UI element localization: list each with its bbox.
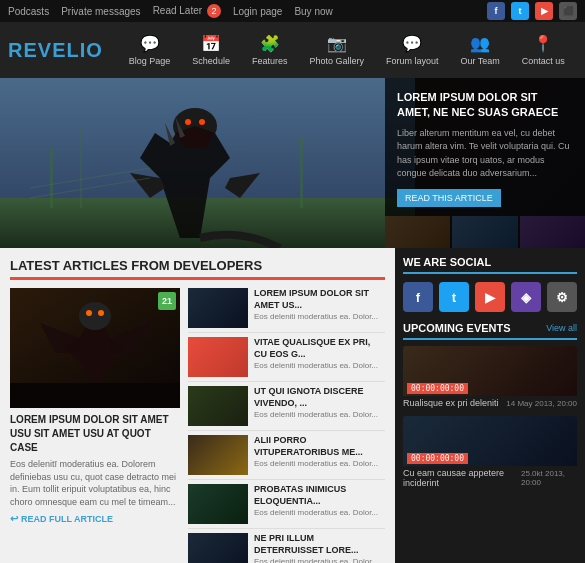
- article-info-0: LOREM IPSUM DOLOR SIT AMET US... Eos del…: [254, 288, 385, 323]
- featured-badge: 21: [158, 292, 176, 310]
- topbar-facebook-icon[interactable]: f: [487, 2, 505, 20]
- forum-icon: 💬: [402, 34, 422, 53]
- article-title-4: PROBATAS INIMICUS ELOQUENTIA...: [254, 484, 385, 507]
- svg-point-6: [199, 119, 205, 125]
- event-info-1: Cu eam causae appetere inciderint 25.0kt…: [403, 466, 577, 490]
- topbar-login[interactable]: Login page: [233, 6, 283, 17]
- social-section: WE ARE SOCIAL ft▶◈⚙: [403, 256, 577, 312]
- article-thumb-5[interactable]: [188, 533, 248, 563]
- article-desc-2: Eos deleniti moderatius ea. Dolor...: [254, 410, 385, 420]
- article-item-4: PROBATAS INIMICUS ELOQUENTIA... Eos dele…: [188, 484, 385, 529]
- article-item-1: VITAE QUALISQUE EX PRI, CU EOS G... Eos …: [188, 337, 385, 382]
- topbar-read-later[interactable]: Read Later 2: [153, 4, 221, 18]
- featured-image[interactable]: 21: [10, 288, 180, 408]
- section-title: LATEST ARTICLES FROM DEVELOPERS: [10, 258, 385, 280]
- articles-list: LOREM IPSUM DOLOR SIT AMET US... Eos del…: [188, 288, 385, 563]
- event-date-1: 25.0kt 2013, 20:00: [521, 469, 577, 487]
- content-area: LATEST ARTICLES FROM DEVELOPERS: [0, 248, 395, 563]
- event-timer-0: 00:00:00:00: [407, 383, 468, 394]
- topbar-twitch-icon[interactable]: ⬛: [559, 2, 577, 20]
- event-title-0: Rualisque ex pri deleniti: [403, 398, 499, 408]
- article-item-2: UT QUI IGNOTA DISCERE VIVENDO, ... Eos d…: [188, 386, 385, 431]
- nav-forum[interactable]: 💬 Forum layout: [376, 22, 449, 78]
- nav-gallery[interactable]: 📷 Photo Gallery: [299, 22, 374, 78]
- read-article-button[interactable]: READ THIS ARTICLE: [397, 189, 501, 207]
- twitter-btn[interactable]: t: [439, 282, 469, 312]
- view-all-events[interactable]: View all: [546, 323, 577, 333]
- nav-contact-label: Contact us: [522, 56, 565, 66]
- svg-point-20: [98, 310, 104, 316]
- hero-thumbnail-strip: [385, 216, 585, 248]
- event-timer-1: 00:00:00:00: [407, 453, 468, 464]
- hero-thumb-1[interactable]: [385, 216, 450, 248]
- nav-features[interactable]: 🧩 Features: [242, 22, 298, 78]
- nav-blog[interactable]: 💬 Blog Page: [119, 22, 181, 78]
- article-thumb-4[interactable]: [188, 484, 248, 524]
- topbar-twitter-icon[interactable]: t: [511, 2, 529, 20]
- event-title-1: Cu eam causae appetere inciderint: [403, 468, 521, 488]
- event-item-0: 00:00:00:00 Rualisque ex pri deleniti 14…: [403, 346, 577, 410]
- team-icon: 👥: [470, 34, 490, 53]
- article-desc-4: Eos deleniti moderatius ea. Dolor...: [254, 508, 385, 518]
- logo-velio: VELIO: [38, 39, 103, 62]
- svg-rect-12: [300, 138, 303, 208]
- svg-rect-13: [80, 128, 82, 208]
- event-bg-1[interactable]: 00:00:00:00: [403, 416, 577, 466]
- article-title-2: UT QUI IGNOTA DISCERE VIVENDO, ...: [254, 386, 385, 409]
- featured-description: Eos delenitī moderatius ea. Dolorem defi…: [10, 458, 180, 508]
- topbar-podcasts[interactable]: Podcasts: [8, 6, 49, 17]
- topbar-private-messages[interactable]: Private messages: [61, 6, 140, 17]
- features-icon: 🧩: [260, 34, 280, 53]
- svg-rect-23: [10, 383, 180, 408]
- topbar-buy-now[interactable]: Buy now: [294, 6, 332, 17]
- logo: REVELIO: [8, 22, 119, 78]
- nav-contact[interactable]: 📍 Contact us: [512, 22, 575, 78]
- article-thumb-3[interactable]: [188, 435, 248, 475]
- article-thumb-1[interactable]: [188, 337, 248, 377]
- article-info-1: VITAE QUALISQUE EX PRI, CU EOS G... Eos …: [254, 337, 385, 372]
- article-title-0: LOREM IPSUM DOLOR SIT AMET US...: [254, 288, 385, 311]
- steam-btn[interactable]: ⚙: [547, 282, 577, 312]
- article-info-5: NE PRI ILLUM DETERRUISSET LORE... Eos de…: [254, 533, 385, 563]
- hero-title: LOREM IPSUM DOLOR SIT AMET, NE NEC SUAS …: [397, 90, 573, 121]
- hero-thumb-2[interactable]: [452, 216, 517, 248]
- article-desc-1: Eos deleniti moderatius ea. Dolor...: [254, 361, 385, 371]
- hero-thumb-3[interactable]: [520, 216, 585, 248]
- topbar-youtube-icon[interactable]: ▶: [535, 2, 553, 20]
- article-title-1: VITAE QUALISQUE EX PRI, CU EOS G...: [254, 337, 385, 360]
- article-title-5: NE PRI ILLUM DETERRUISSET LORE...: [254, 533, 385, 556]
- svg-point-18: [79, 302, 111, 330]
- featured-grid: 21 LOREM IPSUM DOLOR SIT AMET USU SIT AM…: [10, 288, 385, 563]
- navigation: REVELIO 💬 Blog Page 📅 Schedule 🧩 Feature…: [0, 22, 585, 78]
- hero-description: Liber alterum mentitum ea vel, cu debet …: [397, 127, 573, 181]
- svg-rect-1: [0, 198, 415, 248]
- hero-overlay: LOREM IPSUM DOLOR SIT AMET, NE NEC SUAS …: [385, 78, 585, 248]
- article-info-2: UT QUI IGNOTA DISCERE VIVENDO, ... Eos d…: [254, 386, 385, 421]
- article-item-0: LOREM IPSUM DOLOR SIT AMET US... Eos del…: [188, 288, 385, 333]
- gallery-icon: 📷: [327, 34, 347, 53]
- featured-left: 21 LOREM IPSUM DOLOR SIT AMET USU SIT AM…: [10, 288, 180, 563]
- nav-schedule[interactable]: 📅 Schedule: [182, 22, 240, 78]
- nav-schedule-label: Schedule: [192, 56, 230, 66]
- hero-artwork: [0, 78, 415, 248]
- article-thumb-2[interactable]: [188, 386, 248, 426]
- event-bg-0[interactable]: 00:00:00:00: [403, 346, 577, 396]
- nav-team-label: Our Team: [460, 56, 499, 66]
- nav-features-label: Features: [252, 56, 288, 66]
- youtube-btn[interactable]: ▶: [475, 282, 505, 312]
- social-title: WE ARE SOCIAL: [403, 256, 577, 274]
- read-full-article-button[interactable]: READ FULL ARTICLE: [10, 513, 113, 524]
- article-title-3: ALII PORRO VITUPERATORIBUS ME...: [254, 435, 385, 458]
- article-thumb-0[interactable]: [188, 288, 248, 328]
- event-date-0: 14 May 2013, 20:00: [506, 399, 577, 408]
- hero-background: LOREM IPSUM DOLOR SIT AMET, NE NEC SUAS …: [0, 78, 585, 248]
- logo-re: RE: [8, 39, 38, 62]
- nav-blog-label: Blog Page: [129, 56, 171, 66]
- facebook-btn[interactable]: f: [403, 282, 433, 312]
- twitch-btn[interactable]: ◈: [511, 282, 541, 312]
- svg-rect-11: [50, 148, 53, 208]
- nav-team[interactable]: 👥 Our Team: [450, 22, 509, 78]
- schedule-icon: 📅: [201, 34, 221, 53]
- article-item-5: NE PRI ILLUM DETERRUISSET LORE... Eos de…: [188, 533, 385, 563]
- article-info-4: PROBATAS INIMICUS ELOQUENTIA... Eos dele…: [254, 484, 385, 519]
